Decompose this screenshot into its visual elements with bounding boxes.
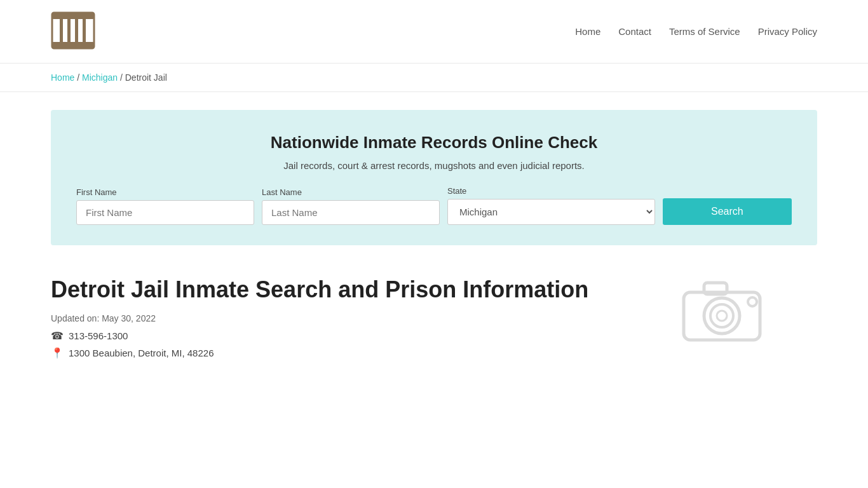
breadcrumb-state[interactable]: Michigan	[82, 72, 118, 83]
breadcrumb: Home / Michigan / Detroit Jail	[0, 64, 868, 92]
nav-terms[interactable]: Terms of Service	[669, 26, 740, 37]
search-form: First Name Last Name State AlabamaAlaska…	[76, 186, 792, 225]
state-group: State AlabamaAlaskaArizonaArkansasCalifo…	[447, 186, 655, 225]
first-name-label: First Name	[76, 187, 254, 197]
last-name-label: Last Name	[262, 187, 440, 197]
svg-rect-6	[83, 19, 86, 42]
first-name-group: First Name	[76, 187, 254, 225]
svg-rect-5	[75, 19, 78, 42]
svg-point-12	[748, 297, 757, 306]
breadcrumb-separator-2: /	[120, 72, 125, 83]
location-icon: 📍	[51, 347, 64, 359]
main-content: Detroit Jail Inmate Search and Prison In…	[0, 263, 868, 390]
address-row: 📍 1300 Beaubien, Detroit, MI, 48226	[51, 347, 817, 359]
svg-rect-1	[52, 13, 94, 19]
search-banner-subtitle: Jail records, court & arrest records, mu…	[76, 160, 792, 171]
first-name-input[interactable]	[76, 200, 254, 225]
svg-point-10	[717, 311, 727, 321]
phone-icon: ☎	[51, 330, 64, 342]
logo	[51, 11, 95, 51]
address-text: 1300 Beaubien, Detroit, MI, 48226	[69, 348, 214, 358]
search-banner: Nationwide Inmate Records Online Check J…	[51, 110, 817, 245]
nav-contact[interactable]: Contact	[618, 26, 651, 37]
last-name-input[interactable]	[262, 200, 440, 225]
logo-icon	[51, 11, 95, 50]
site-header: Home Contact Terms of Service Privacy Po…	[0, 0, 868, 64]
camera-placeholder	[677, 270, 766, 346]
svg-rect-4	[67, 19, 71, 42]
content-area: Detroit Jail Inmate Search and Prison In…	[51, 276, 817, 359]
breadcrumb-separator-1: /	[77, 72, 82, 83]
main-nav: Home Contact Terms of Service Privacy Po…	[575, 26, 817, 37]
camera-icon	[677, 270, 766, 346]
breadcrumb-home[interactable]: Home	[51, 72, 74, 83]
phone-number: 313-596-1300	[69, 330, 128, 341]
state-label: State	[447, 186, 655, 196]
svg-rect-3	[60, 19, 63, 42]
search-button[interactable]: Search	[663, 198, 792, 225]
svg-rect-2	[52, 42, 94, 48]
svg-point-9	[710, 304, 733, 327]
search-banner-title: Nationwide Inmate Records Online Check	[76, 133, 792, 152]
last-name-group: Last Name	[262, 187, 440, 225]
nav-home[interactable]: Home	[575, 26, 600, 37]
state-select[interactable]: AlabamaAlaskaArizonaArkansasCaliforniaCo…	[447, 199, 655, 225]
nav-privacy[interactable]: Privacy Policy	[758, 26, 817, 37]
breadcrumb-current: Detroit Jail	[125, 72, 167, 83]
